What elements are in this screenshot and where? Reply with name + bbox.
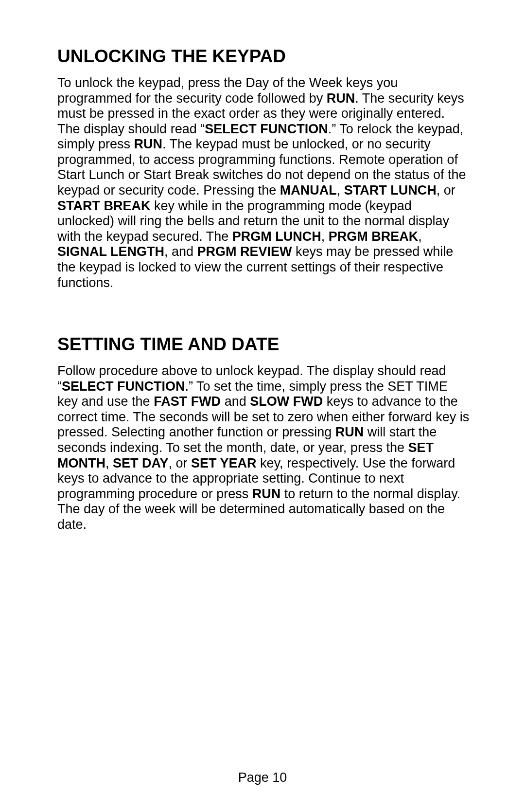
keyword-set-year: SET YEAR: [191, 456, 257, 470]
keyword-run: RUN: [252, 487, 281, 501]
keyword-manual: MANUAL: [280, 183, 337, 198]
keyword-prgm-review: PRGM REVIEW: [197, 244, 292, 259]
keyword-signal-length: SIGNAL LENGTH: [57, 244, 164, 259]
keyword-run: RUN: [327, 91, 355, 106]
paragraph-setting-time-date: Follow procedure above to unlock keypad.…: [57, 363, 470, 532]
keyword-prgm-break: PRGM BREAK: [329, 229, 419, 244]
keyword-select-function: SELECT FUNCTION: [62, 379, 185, 394]
keyword-select-function: SELECT FUNCTION: [205, 122, 328, 136]
section-setting-time-date: SETTING TIME AND DATE Follow procedure a…: [57, 334, 470, 532]
heading-unlocking-keypad: UNLOCKING THE KEYPAD: [57, 46, 470, 67]
keyword-run: RUN: [335, 425, 364, 439]
heading-setting-time-date: SETTING TIME AND DATE: [57, 334, 470, 355]
keyword-set-day: SET DAY: [113, 456, 169, 470]
keyword-fast-fwd: FAST FWD: [154, 394, 221, 409]
keyword-start-break: START BREAK: [57, 198, 151, 213]
section-unlocking-keypad: UNLOCKING THE KEYPAD To unlock the keypa…: [57, 46, 470, 290]
page-number: Page 10: [0, 770, 525, 785]
keyword-prgm-lunch: PRGM LUNCH: [232, 229, 321, 244]
keyword-run: RUN: [134, 137, 163, 151]
keyword-slow-fwd: SLOW FWD: [250, 394, 323, 409]
paragraph-unlocking-keypad: To unlock the keypad, press the Day of t…: [57, 75, 470, 290]
keyword-start-lunch: START LUNCH: [344, 183, 437, 198]
